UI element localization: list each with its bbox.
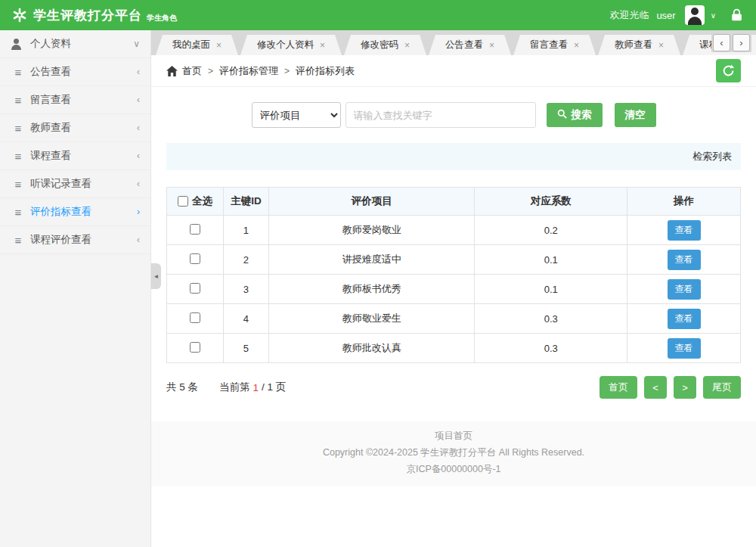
tab-close-icon[interactable]: ×: [404, 41, 410, 50]
tab-close-icon[interactable]: ×: [574, 41, 579, 50]
sidebar-item-label: 个人资料: [30, 37, 133, 51]
username: user: [656, 10, 675, 21]
footer-icp: 京ICP备00000000号-1: [151, 461, 756, 477]
tab-scroll-left-button[interactable]: ‹: [713, 34, 730, 51]
welcome-text: 欢迎光临: [609, 8, 649, 22]
search-input[interactable]: [345, 102, 536, 128]
first-page-button[interactable]: 首页: [600, 376, 637, 399]
sidebar-item-messages[interactable]: 留言查看 ‹: [0, 86, 150, 114]
row-checkbox[interactable]: [190, 342, 200, 353]
sidebar-item-evaluation-indicators[interactable]: 评价指标查看 ›: [0, 198, 150, 226]
view-button[interactable]: 查看: [668, 250, 701, 270]
tab-close-icon[interactable]: ×: [320, 41, 325, 50]
tab-announcements[interactable]: 公告查看 ×: [429, 35, 511, 55]
row-checkbox[interactable]: [190, 253, 200, 264]
table-row: 2 讲授难度适中 0.1 查看: [167, 245, 741, 275]
top-header: 学生评教打分平台 学生角色 欢迎光临 user ∨: [0, 0, 756, 30]
list-header-bar: 检索列表: [166, 143, 741, 170]
list-header-label: 检索列表: [692, 150, 732, 163]
breadcrumb-item-indicator-mgmt[interactable]: 评价指标管理: [219, 64, 278, 78]
pagination-bar: 共 5 条 当前第 1 / 1 页 首页 < > 尾页: [166, 376, 741, 399]
view-button[interactable]: 查看: [668, 338, 701, 359]
prev-page-button[interactable]: <: [644, 376, 667, 399]
column-header-project: 评价项目: [268, 188, 475, 216]
menu-lines-icon: [11, 94, 26, 107]
header-right: 欢迎光临 user ∨: [609, 5, 744, 25]
tab-close-icon[interactable]: ×: [489, 41, 494, 50]
tab-scroll-controls: ‹ ›: [711, 33, 751, 52]
last-page-button[interactable]: 尾页: [703, 376, 741, 399]
sidebar-item-label: 评价指标查看: [30, 205, 137, 219]
search-button[interactable]: 搜索: [547, 103, 603, 127]
breadcrumb-separator: >: [208, 66, 213, 76]
user-icon: [11, 39, 22, 50]
menu-lines-icon: [11, 66, 26, 79]
tab-label: 修改个人资料: [257, 39, 314, 51]
cell-project: 教师批改认真: [268, 334, 475, 363]
tab-label: 教师查看: [615, 39, 652, 51]
indicator-table: 全选 主键ID 评价项目 对应系数 操作 1 教师爱岗敬业 0.2: [166, 187, 741, 363]
next-page-button[interactable]: >: [674, 376, 696, 399]
tab-edit-profile[interactable]: 修改个人资料 ×: [240, 35, 342, 55]
cell-coefficient: 0.2: [475, 216, 627, 245]
chevron-left-icon: ‹: [137, 179, 140, 189]
footer-home-link[interactable]: 项目首页: [151, 427, 756, 444]
main-area: 我的桌面 × 修改个人资料 × 修改密码 × 公告查看 × 留言查看 × 教师查…: [151, 30, 756, 547]
breadcrumb-item-home[interactable]: 首页: [182, 64, 202, 78]
cell-id: 1: [223, 216, 268, 245]
cell-project: 讲授难度适中: [268, 245, 475, 275]
cell-coefficient: 0.1: [475, 275, 627, 304]
category-select[interactable]: 评价项目: [252, 102, 341, 128]
table-header-row: 全选 主键ID 评价项目 对应系数 操作: [167, 188, 741, 216]
view-button[interactable]: 查看: [668, 279, 701, 300]
content-panel: 评价项目 搜索 清空 检索列表: [151, 87, 756, 399]
current-page-prefix: 当前第: [219, 381, 250, 394]
select-all-checkbox[interactable]: [178, 196, 188, 207]
chevron-down-icon[interactable]: ∨: [711, 11, 716, 20]
view-button[interactable]: 查看: [668, 220, 701, 241]
cell-id: 3: [223, 275, 268, 304]
select-all-label: 全选: [192, 194, 212, 208]
refresh-button[interactable]: [716, 59, 741, 82]
sidebar-item-label: 课程评价查看: [30, 233, 137, 247]
tab-my-desktop[interactable]: 我的桌面 ×: [156, 35, 238, 55]
app-title: 学生评教打分平台: [33, 7, 142, 24]
tab-messages[interactable]: 留言查看 ×: [513, 35, 596, 55]
sidebar-item-profile[interactable]: 个人资料 ∨: [0, 30, 150, 58]
menu-lines-icon: [11, 178, 26, 191]
tab-close-icon[interactable]: ×: [216, 41, 222, 50]
chevron-left-icon: ‹: [137, 95, 140, 105]
clear-button[interactable]: 清空: [615, 103, 656, 127]
sidebar-item-label: 公告查看: [30, 65, 137, 79]
sidebar-item-announcements[interactable]: 公告查看 ‹: [0, 58, 150, 86]
current-page-number: 1: [253, 382, 259, 393]
row-checkbox[interactable]: [190, 312, 200, 323]
chevron-down-icon: ∨: [133, 39, 140, 49]
avatar[interactable]: [685, 5, 705, 25]
row-checkbox[interactable]: [190, 283, 200, 294]
tab-scroll-right-button[interactable]: ›: [733, 34, 750, 51]
sidebar-item-lecture-records[interactable]: 听课记录查看 ‹: [0, 170, 150, 198]
cell-project: 教师敬业爱生: [268, 304, 475, 334]
cell-coefficient: 0.3: [475, 304, 627, 334]
select-all-header: 全选: [167, 188, 224, 216]
tab-close-icon[interactable]: ×: [658, 41, 664, 50]
table-row: 5 教师批改认真 0.3 查看: [167, 334, 741, 363]
sidebar-item-label: 教师查看: [30, 121, 137, 135]
chevron-left-icon: ‹: [137, 235, 140, 245]
chevron-left-icon: ‹: [137, 123, 140, 133]
sidebar-collapse-handle[interactable]: ◄: [151, 263, 161, 289]
column-header-id: 主键ID: [223, 188, 268, 216]
cell-id: 4: [223, 304, 268, 334]
sidebar-item-teachers[interactable]: 教师查看 ‹: [0, 114, 150, 142]
footer: 项目首页 Copyright ©2024-2025 学生评教打分平台 All R…: [151, 421, 756, 486]
tab-teachers[interactable]: 教师查看 ×: [598, 35, 680, 55]
view-button[interactable]: 查看: [668, 309, 701, 329]
menu-lines-icon: [11, 234, 26, 247]
breadcrumb-item-indicator-list[interactable]: 评价指标列表: [296, 64, 355, 78]
tab-change-password[interactable]: 修改密码 ×: [344, 35, 426, 55]
row-checkbox[interactable]: [190, 224, 200, 235]
sidebar-item-courses[interactable]: 课程查看 ‹: [0, 142, 150, 170]
logout-bag-icon[interactable]: [730, 8, 744, 23]
sidebar-item-course-evaluations[interactable]: 课程评价查看 ‹: [0, 226, 150, 254]
